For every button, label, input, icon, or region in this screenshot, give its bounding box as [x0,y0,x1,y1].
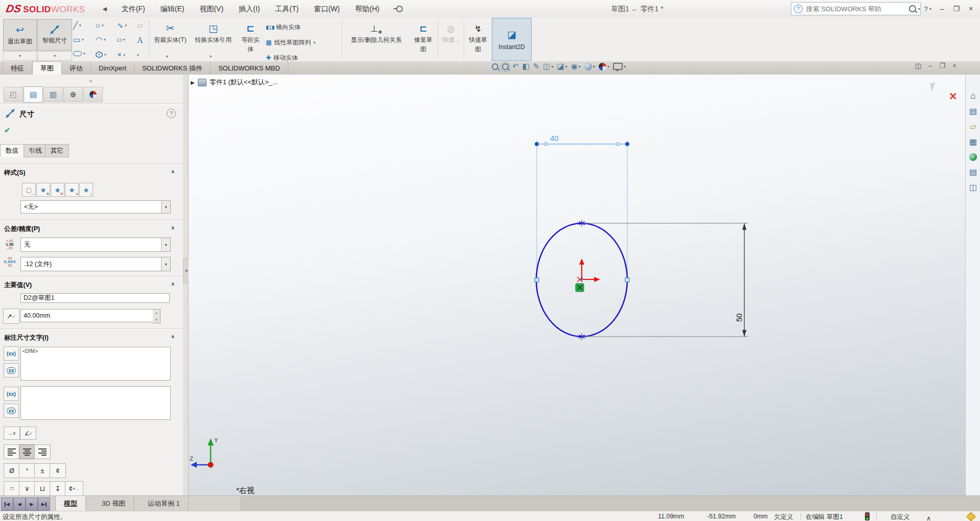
search-icon[interactable] [909,5,916,12]
zoom-fit-icon[interactable] [492,63,498,70]
dimension-text-area-2[interactable] [20,386,171,420]
doc-minimize-icon[interactable]: – [928,62,932,69]
dim40-arrow-handle[interactable] [617,143,620,146]
primary-value-collapse-icon[interactable]: ∧ [171,281,175,287]
previous-tab-button[interactable]: ◀ [13,498,26,511]
slot-tool[interactable]: ▾ [73,51,85,56]
degree-symbol-button[interactable]: ° [19,463,35,478]
menu-edit[interactable]: 编辑(E) [153,0,192,17]
resources-home-icon[interactable]: ⌂ [970,92,975,100]
more-symbols-button[interactable]: ¢+… [65,481,83,496]
tolerance-dropdown[interactable]: 无▾ [20,238,171,252]
display-style-icon[interactable]: ◪▾ [557,62,567,71]
search-box[interactable]: ? ▾ [791,2,921,15]
annotation-view-icon[interactable]: ✎ [533,62,540,71]
units-selector[interactable]: 自定义 [891,513,910,521]
appearances-icon[interactable] [969,153,977,161]
apply-default-style-button[interactable]: ▢↔ [22,183,36,197]
search-input[interactable] [805,5,907,13]
panel-splitter[interactable]: ◀ [183,75,189,495]
align-center-button[interactable] [19,444,35,459]
forum-icon[interactable]: ◫ [969,183,977,192]
zoom-area-icon[interactable] [502,63,509,70]
sketch-text-tool[interactable]: A [137,36,143,45]
next-tab-button[interactable]: ▶ [26,498,38,511]
horizontal-dim-text-button[interactable]: ↔x [4,427,20,440]
dim40-arrow-handle[interactable] [544,143,548,146]
previous-view-icon[interactable]: ↶ [512,62,519,71]
instant2d-button[interactable]: ◪ Instant2D [492,18,532,61]
dim50-text[interactable]: 50 [735,313,743,322]
menu-help[interactable]: 帮助(H) [348,0,387,17]
align-right-button[interactable] [34,444,51,459]
circle-tool[interactable]: ○▾ [96,21,104,29]
rectangle-tool[interactable]: ▭▾ [73,36,84,43]
design-library-icon[interactable]: ▤ [969,107,977,115]
displaymanager-tab[interactable] [83,87,103,102]
offset-entities-button[interactable]: ⊏ 等距实 体 [237,17,264,53]
circle-right-handle[interactable] [625,278,629,282]
fixed-relation-badge[interactable] [576,283,584,292]
trim-entities-button[interactable]: ✂ 剪裁实体(T) [151,17,190,43]
dim-text-paren-button[interactable]: (xx) [4,346,19,361]
spline-tool[interactable]: ∿▾ [117,21,127,29]
rapid-sketch-button[interactable]: ↯ 快速草 图 [465,17,491,53]
menu-file[interactable]: 文件(F) [114,0,153,17]
view-orientation-icon[interactable]: ◫▾ [543,62,553,71]
ellipse-tool[interactable]: ○▾ [117,36,125,43]
hide-show-items-icon[interactable]: ◉▾ [571,62,581,71]
close-button[interactable]: × [964,3,978,14]
smart-dimension-flyout[interactable]: ▾ [37,51,72,61]
sketch-origin[interactable] [577,258,600,282]
dim-text-paren-button-2[interactable]: (xx) [4,387,19,401]
panel-help-icon[interactable]: ? [167,109,176,118]
tab-mbd[interactable]: SOLIDWORKS MBD [211,62,288,75]
menu-collapse-icon[interactable]: ◀ [102,6,106,12]
menu-window[interactable]: 窗口(W) [306,0,348,17]
depth-symbol-button[interactable]: ↧ [50,481,66,496]
graphics-viewport[interactable]: ▶ 零件1 (默认<<默认>_... 40 50 [189,75,965,495]
view-palette-icon[interactable]: ▦ [969,138,977,146]
tab-sketch[interactable]: 草图 [32,61,62,75]
repair-sketch-button[interactable]: ⊏ 修复草 图 [410,17,437,53]
ok-check-icon[interactable]: ✔ [4,126,11,135]
tab-addins[interactable]: SOLIDWORKS 插件 [134,62,211,75]
style-collapse-icon[interactable]: ∧ [171,169,175,174]
cancel-sketch-icon[interactable]: × [949,89,957,104]
dimxpertmanager-tab[interactable]: ⊕ [63,87,83,102]
convert-entities-button[interactable]: ◳ 转换实体引用 [191,17,235,43]
plusminus-symbol-button[interactable]: ± [34,463,51,478]
configurationmanager-tab[interactable]: ▥ [43,87,63,102]
angular-dim-text-button[interactable]: ∠x [20,427,36,440]
doc-restore-icon[interactable]: ❐ [940,62,946,69]
panel-tab-value[interactable]: 数值 [0,144,24,157]
view-settings-icon[interactable]: ▾ [613,63,626,70]
mirror-entities-button[interactable]: ◧◨ 镜向实体 [266,21,301,33]
help-button[interactable]: ?▾ [921,5,935,13]
edit-appearance-icon[interactable]: ▾ [584,63,595,70]
sketch-trim-small-tool[interactable]: ✕▾ [117,51,125,59]
menu-insert[interactable]: 插入(I) [231,0,267,17]
tab-evaluate[interactable]: 评估 [62,62,91,75]
dim40-endpoint[interactable] [535,142,539,146]
apply-scene-icon[interactable]: ▾ [599,63,609,70]
save-style-button[interactable]: ★▪ [65,183,79,197]
pin-menu-icon[interactable] [396,6,403,12]
countersink-symbol-button[interactable]: ∨ [19,481,35,496]
pane-toggle-icon[interactable]: ◫ [915,62,921,69]
featuremanager-tab[interactable]: ◰ [4,87,23,102]
load-style-button[interactable]: ★↓ [79,183,93,197]
restore-button[interactable]: ❐ [949,3,964,14]
tab-dimxpert[interactable]: DimXpert [91,62,134,75]
dim-text-oval-button-2[interactable]: xx [4,404,19,418]
dim40-endpoint[interactable] [625,142,629,146]
dim-text-oval-button[interactable]: xx [4,363,19,377]
sketch-canvas[interactable]: 40 50 [189,75,965,495]
part-tree-label[interactable]: 零件1 (默认<<默认>_... [210,78,278,87]
linear-sketch-pattern-button[interactable]: ▦ 线性草图阵列 ▾ [266,37,315,48]
display-delete-relations-button[interactable]: ⊥◉ 显示/删除几何关系 [345,17,408,43]
circle-left-handle[interactable] [535,278,539,282]
counterbore-symbol-button[interactable]: ⊔ [34,481,51,496]
menu-tools[interactable]: 工具(T) [267,0,306,17]
first-tab-button[interactable]: ◀ [1,498,13,511]
